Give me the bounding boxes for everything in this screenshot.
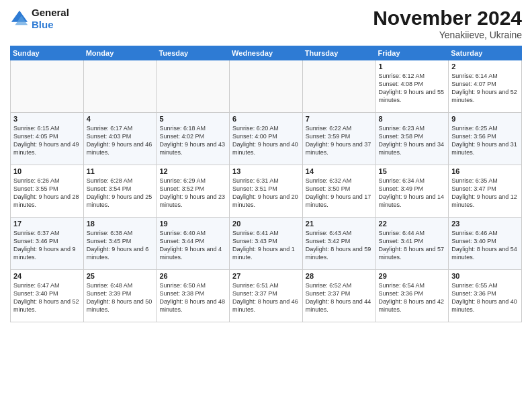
day-info: Sunrise: 6:25 AM Sunset: 3:56 PM Dayligh…	[451, 124, 519, 157]
calendar-cell: 10Sunrise: 6:26 AM Sunset: 3:55 PM Dayli…	[11, 165, 84, 218]
day-number: 20	[232, 220, 300, 228]
day-number: 22	[379, 220, 446, 228]
day-info: Sunrise: 6:23 AM Sunset: 3:58 PM Dayligh…	[379, 124, 446, 157]
day-info: Sunrise: 6:18 AM Sunset: 4:02 PM Dayligh…	[159, 124, 226, 157]
day-info: Sunrise: 6:12 AM Sunset: 4:08 PM Dayligh…	[379, 72, 446, 105]
calendar-week-row: 24Sunrise: 6:47 AM Sunset: 3:40 PM Dayli…	[11, 270, 522, 322]
weekday-header: Sunday	[11, 46, 84, 60]
day-info: Sunrise: 6:44 AM Sunset: 3:41 PM Dayligh…	[379, 229, 446, 262]
day-number: 9	[451, 115, 519, 123]
day-number: 25	[87, 272, 154, 280]
day-number: 27	[232, 272, 300, 280]
day-info: Sunrise: 6:26 AM Sunset: 3:55 PM Dayligh…	[13, 177, 81, 210]
day-number: 23	[451, 220, 519, 228]
day-number: 12	[159, 167, 226, 175]
day-number: 5	[159, 115, 226, 123]
calendar-cell: 26Sunrise: 6:50 AM Sunset: 3:38 PM Dayli…	[157, 270, 230, 322]
day-info: Sunrise: 6:17 AM Sunset: 4:03 PM Dayligh…	[87, 124, 154, 157]
weekday-header: Thursday	[302, 46, 375, 60]
month-title: November 2024	[373, 7, 522, 30]
weekday-header: Tuesday	[157, 46, 230, 60]
calendar-week-row: 1Sunrise: 6:12 AM Sunset: 4:08 PM Daylig…	[11, 60, 522, 113]
calendar-cell: 16Sunrise: 6:35 AM Sunset: 3:47 PM Dayli…	[449, 165, 522, 218]
day-number: 4	[87, 115, 154, 123]
day-info: Sunrise: 6:55 AM Sunset: 3:36 PM Dayligh…	[451, 281, 519, 314]
day-number: 13	[232, 167, 300, 175]
calendar-cell	[11, 60, 84, 113]
calendar-cell: 30Sunrise: 6:55 AM Sunset: 3:36 PM Dayli…	[449, 270, 522, 322]
calendar-cell: 5Sunrise: 6:18 AM Sunset: 4:02 PM Daylig…	[157, 113, 230, 165]
title-block: November 2024 Yenakiieve, Ukraine	[373, 7, 522, 40]
calendar-cell: 22Sunrise: 6:44 AM Sunset: 3:41 PM Dayli…	[375, 218, 449, 270]
calendar-cell	[83, 60, 157, 113]
calendar-cell: 20Sunrise: 6:41 AM Sunset: 3:43 PM Dayli…	[230, 218, 303, 270]
calendar-cell: 21Sunrise: 6:43 AM Sunset: 3:42 PM Dayli…	[302, 218, 375, 270]
calendar-cell: 15Sunrise: 6:34 AM Sunset: 3:49 PM Dayli…	[375, 165, 449, 218]
day-info: Sunrise: 6:47 AM Sunset: 3:40 PM Dayligh…	[13, 281, 81, 314]
calendar-cell: 19Sunrise: 6:40 AM Sunset: 3:44 PM Dayli…	[157, 218, 230, 270]
day-info: Sunrise: 6:38 AM Sunset: 3:45 PM Dayligh…	[87, 229, 154, 262]
day-number: 16	[451, 167, 519, 175]
day-info: Sunrise: 6:46 AM Sunset: 3:40 PM Dayligh…	[451, 229, 519, 262]
logo-icon	[10, 9, 29, 28]
calendar-cell	[230, 60, 303, 113]
calendar-week-row: 3Sunrise: 6:15 AM Sunset: 4:05 PM Daylig…	[11, 113, 522, 165]
day-number: 11	[87, 167, 154, 175]
calendar-cell: 14Sunrise: 6:32 AM Sunset: 3:50 PM Dayli…	[302, 165, 375, 218]
calendar-cell: 8Sunrise: 6:23 AM Sunset: 3:58 PM Daylig…	[375, 113, 449, 165]
weekday-header: Wednesday	[230, 46, 303, 60]
calendar-cell: 11Sunrise: 6:28 AM Sunset: 3:54 PM Dayli…	[83, 165, 157, 218]
day-number: 18	[87, 220, 154, 228]
calendar-cell: 13Sunrise: 6:31 AM Sunset: 3:51 PM Dayli…	[230, 165, 303, 218]
day-info: Sunrise: 6:14 AM Sunset: 4:07 PM Dayligh…	[451, 72, 519, 105]
day-info: Sunrise: 6:48 AM Sunset: 3:39 PM Dayligh…	[87, 281, 154, 314]
day-info: Sunrise: 6:32 AM Sunset: 3:50 PM Dayligh…	[306, 177, 373, 210]
day-info: Sunrise: 6:51 AM Sunset: 3:37 PM Dayligh…	[232, 281, 300, 314]
calendar-cell	[302, 60, 375, 113]
weekday-header: Saturday	[449, 46, 522, 60]
day-info: Sunrise: 6:15 AM Sunset: 4:05 PM Dayligh…	[13, 124, 81, 157]
day-number: 7	[306, 115, 373, 123]
day-number: 10	[13, 167, 81, 175]
calendar-cell: 1Sunrise: 6:12 AM Sunset: 4:08 PM Daylig…	[375, 60, 449, 113]
day-info: Sunrise: 6:34 AM Sunset: 3:49 PM Dayligh…	[379, 177, 446, 210]
calendar-cell: 24Sunrise: 6:47 AM Sunset: 3:40 PM Dayli…	[11, 270, 84, 322]
day-info: Sunrise: 6:20 AM Sunset: 4:00 PM Dayligh…	[232, 124, 300, 157]
day-info: Sunrise: 6:29 AM Sunset: 3:52 PM Dayligh…	[159, 177, 226, 210]
calendar-cell: 12Sunrise: 6:29 AM Sunset: 3:52 PM Dayli…	[157, 165, 230, 218]
calendar-cell: 25Sunrise: 6:48 AM Sunset: 3:39 PM Dayli…	[83, 270, 157, 322]
day-number: 24	[13, 272, 81, 280]
calendar-cell: 18Sunrise: 6:38 AM Sunset: 3:45 PM Dayli…	[83, 218, 157, 270]
day-number: 6	[232, 115, 300, 123]
calendar-week-row: 10Sunrise: 6:26 AM Sunset: 3:55 PM Dayli…	[11, 165, 522, 218]
day-number: 8	[379, 115, 446, 123]
day-info: Sunrise: 6:40 AM Sunset: 3:44 PM Dayligh…	[159, 229, 226, 262]
logo: General Blue	[10, 7, 69, 31]
day-number: 17	[13, 220, 81, 228]
day-number: 26	[159, 272, 226, 280]
calendar-cell: 28Sunrise: 6:52 AM Sunset: 3:37 PM Dayli…	[302, 270, 375, 322]
day-number: 1	[379, 62, 446, 71]
day-number: 28	[306, 272, 373, 280]
day-info: Sunrise: 6:43 AM Sunset: 3:42 PM Dayligh…	[306, 229, 373, 262]
location-subtitle: Yenakiieve, Ukraine	[373, 30, 522, 40]
day-number: 19	[159, 220, 226, 228]
day-info: Sunrise: 6:54 AM Sunset: 3:36 PM Dayligh…	[379, 281, 446, 314]
day-info: Sunrise: 6:50 AM Sunset: 3:38 PM Dayligh…	[159, 281, 226, 314]
calendar-cell: 29Sunrise: 6:54 AM Sunset: 3:36 PM Dayli…	[375, 270, 449, 322]
calendar-cell	[157, 60, 230, 113]
day-number: 15	[379, 167, 446, 175]
calendar-table: SundayMondayTuesdayWednesdayThursdayFrid…	[10, 46, 522, 322]
calendar-cell: 9Sunrise: 6:25 AM Sunset: 3:56 PM Daylig…	[449, 113, 522, 165]
day-info: Sunrise: 6:22 AM Sunset: 3:59 PM Dayligh…	[306, 124, 373, 157]
day-info: Sunrise: 6:31 AM Sunset: 3:51 PM Dayligh…	[232, 177, 300, 210]
day-number: 2	[451, 62, 519, 71]
day-number: 21	[306, 220, 373, 228]
day-number: 3	[13, 115, 81, 123]
calendar-week-row: 17Sunrise: 6:37 AM Sunset: 3:46 PM Dayli…	[11, 218, 522, 270]
calendar-cell: 27Sunrise: 6:51 AM Sunset: 3:37 PM Dayli…	[230, 270, 303, 322]
calendar-cell: 4Sunrise: 6:17 AM Sunset: 4:03 PM Daylig…	[83, 113, 157, 165]
calendar-cell: 6Sunrise: 6:20 AM Sunset: 4:00 PM Daylig…	[230, 113, 303, 165]
day-number: 29	[379, 272, 446, 280]
day-info: Sunrise: 6:35 AM Sunset: 3:47 PM Dayligh…	[451, 177, 519, 210]
